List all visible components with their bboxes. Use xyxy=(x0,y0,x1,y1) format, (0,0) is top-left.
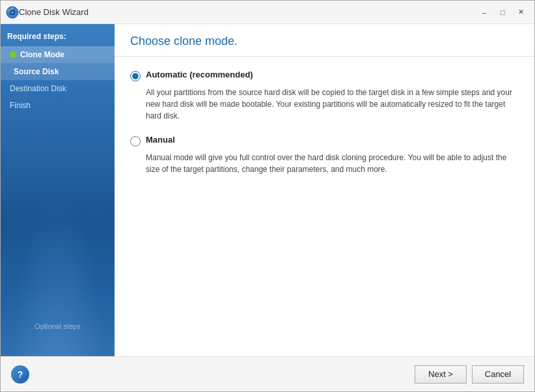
automatic-radio[interactable] xyxy=(130,71,141,81)
automatic-label: Automatic (recommended) xyxy=(146,70,253,79)
sidebar-item-destination-disk-label: Destination Disk xyxy=(10,84,66,93)
main-title: Choose clone mode. xyxy=(130,35,519,48)
sidebar-required-label: Required steps: xyxy=(1,24,115,46)
content-area: Required steps: Clone Mode Source Disk D… xyxy=(1,24,534,356)
sidebar-item-clone-mode[interactable]: Clone Mode xyxy=(1,46,115,63)
main-body: Automatic (recommended) All your partiti… xyxy=(115,57,534,356)
sidebar-item-clone-mode-label: Clone Mode xyxy=(20,50,64,59)
sidebar: Required steps: Clone Mode Source Disk D… xyxy=(1,24,115,356)
window-controls: – □ ✕ xyxy=(476,6,529,19)
sidebar-optional-label: Optional steps xyxy=(1,322,115,330)
sidebar-item-source-disk-label: Source Disk xyxy=(14,67,59,76)
cancel-button[interactable]: Cancel xyxy=(472,365,524,384)
sidebar-item-destination-disk[interactable]: Destination Disk xyxy=(1,80,115,97)
manual-radio[interactable] xyxy=(130,136,141,147)
sidebar-item-finish-label: Finish xyxy=(10,101,31,110)
maximize-button[interactable]: □ xyxy=(494,6,511,19)
svg-point-2 xyxy=(12,11,14,13)
option-automatic-row: Automatic (recommended) xyxy=(130,70,519,81)
clone-disk-wizard-window: Clone Disk Wizard – □ ✕ Required steps: … xyxy=(0,0,535,392)
option-manual-row: Manual xyxy=(130,135,519,147)
help-button[interactable]: ? xyxy=(11,365,29,384)
manual-label: Manual xyxy=(146,135,175,145)
step-dot-icon xyxy=(10,51,16,58)
sidebar-item-source-disk[interactable]: Source Disk xyxy=(1,63,115,80)
automatic-description: All your partitions from the source hard… xyxy=(146,87,519,122)
main-header: Choose clone mode. xyxy=(115,24,534,57)
main-content: Choose clone mode. Automatic (recommende… xyxy=(115,24,534,356)
title-bar: Clone Disk Wizard – □ ✕ xyxy=(1,1,534,24)
window-title: Clone Disk Wizard xyxy=(19,7,476,17)
footer: ? Next > Cancel xyxy=(1,356,534,391)
minimize-button[interactable]: – xyxy=(476,6,493,19)
next-button[interactable]: Next > xyxy=(415,365,467,384)
close-button[interactable]: ✕ xyxy=(512,6,529,19)
sidebar-item-finish[interactable]: Finish xyxy=(1,97,115,114)
app-icon xyxy=(6,6,19,19)
manual-description: Manual mode will give you full control o… xyxy=(146,152,519,175)
